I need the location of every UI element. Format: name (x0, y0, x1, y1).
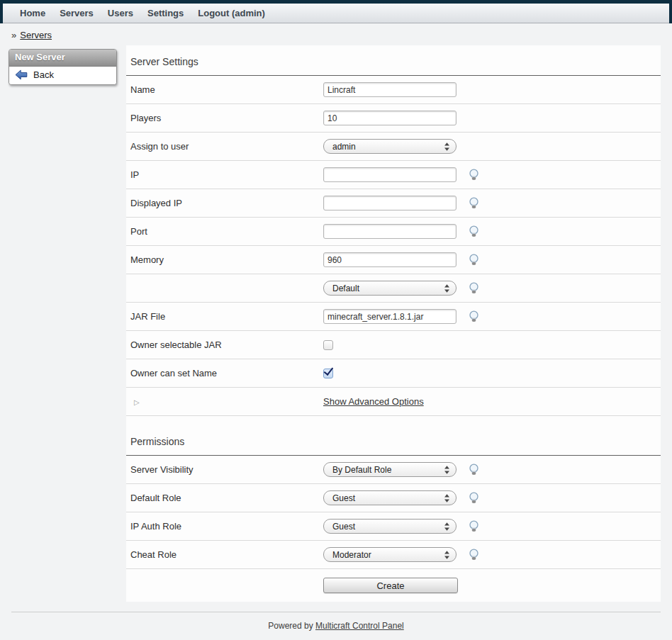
help-bulb-icon[interactable] (468, 492, 480, 504)
form-row-displayed-ip: Displayed IP (126, 189, 661, 218)
field-label: Displayed IP (130, 198, 323, 208)
disclosure-triangle-icon[interactable]: ▷ (134, 398, 140, 406)
help-bulb-icon[interactable] (468, 464, 480, 476)
field-label: Players (130, 113, 323, 123)
select-arrows-icon (444, 493, 450, 503)
nav-item-settings[interactable]: Settings (140, 4, 191, 23)
form-row-owner-can-set-name: Owner can set Name (126, 359, 661, 388)
field-label: JAR File (130, 311, 323, 322)
field-label: Assign to user (130, 141, 323, 152)
top-dark-frame: Home Servers Users Settings Logout (admi… (0, 0, 672, 23)
select-arrows-icon (444, 283, 450, 293)
server-visibility-select[interactable]: By Default Role (323, 462, 457, 477)
owner-can-set-name-checkbox[interactable] (323, 369, 333, 378)
displayed-ip-input[interactable] (323, 196, 457, 210)
field-label: IP Auth Role (130, 521, 323, 532)
panel-title: New Server (9, 50, 116, 67)
jar-file-input[interactable] (323, 309, 457, 324)
help-bulb-icon[interactable] (468, 310, 480, 322)
form-row-create: Create (126, 569, 661, 602)
form-row-ip-auth-role: IP Auth Role Guest (126, 512, 661, 541)
form-row-name: Name (126, 76, 661, 104)
form-row-jar-file: JAR File (126, 303, 661, 331)
select-value: Guest (332, 522, 355, 532)
field-label: IP (130, 169, 323, 180)
nav-item-servers[interactable]: Servers (52, 4, 101, 23)
form-row-owner-selectable-jar: Owner selectable JAR (126, 331, 661, 359)
nav-item-logout[interactable]: Logout (admin) (191, 4, 272, 23)
breadcrumb: »Servers (0, 23, 672, 45)
form-row-cheat-role: Cheat Role Moderator (126, 541, 661, 569)
players-input[interactable] (323, 111, 457, 125)
form-row-assign-user: Assign to user admin (126, 133, 661, 161)
select-arrows-icon (444, 522, 450, 532)
sidebar: New Server Back (0, 45, 126, 85)
help-bulb-icon[interactable] (468, 282, 480, 294)
form-row-advanced-options: ▷ Show Advanced Options (126, 388, 661, 416)
section-title-server-settings: Server Settings (126, 45, 661, 76)
breadcrumb-marker: » (11, 30, 16, 40)
back-button[interactable]: Back (9, 67, 116, 84)
form-row-port: Port (126, 218, 661, 246)
field-label: ▷ (130, 396, 323, 407)
select-value: Guest (332, 493, 355, 503)
ip-auth-role-select[interactable]: Guest (323, 519, 457, 534)
nav-item-users[interactable]: Users (101, 4, 140, 23)
default-role-select[interactable]: Guest (323, 490, 457, 505)
footer: Powered by Multicraft Control Panel (11, 612, 661, 631)
section-title-permissions: Permissions (126, 416, 661, 456)
ip-input[interactable] (323, 167, 457, 182)
select-arrows-icon (444, 465, 450, 475)
main-navbar: Home Servers Users Settings Logout (admi… (3, 4, 669, 23)
field-label: Default Role (130, 493, 323, 503)
form-row-players: Players (126, 104, 661, 133)
select-value: By Default Role (332, 465, 391, 475)
select-value: Moderator (332, 550, 371, 560)
help-bulb-icon[interactable] (468, 225, 480, 237)
back-label: Back (33, 69, 54, 80)
port-input[interactable] (323, 224, 457, 239)
breadcrumb-link-servers[interactable]: Servers (20, 30, 52, 40)
field-label: Server Visibility (130, 464, 323, 475)
owner-selectable-jar-checkbox[interactable] (323, 340, 333, 350)
field-label: Name (130, 84, 323, 95)
field-label: Port (130, 226, 323, 237)
select-value: Default (332, 283, 359, 293)
help-bulb-icon[interactable] (468, 169, 480, 181)
nav-item-home[interactable]: Home (13, 4, 52, 23)
form-row-server-visibility: Server Visibility By Default Role (126, 456, 661, 484)
field-label: Cheat Role (130, 549, 323, 560)
help-bulb-icon[interactable] (468, 197, 480, 209)
assign-to-user-select[interactable]: admin (323, 139, 457, 154)
show-advanced-options-link[interactable]: Show Advanced Options (323, 396, 424, 407)
field-label: Memory (130, 254, 323, 265)
help-bulb-icon[interactable] (468, 520, 480, 532)
form-row-ip: IP (126, 161, 661, 189)
cheat-role-select[interactable]: Moderator (323, 547, 457, 562)
select-arrows-icon (444, 550, 450, 560)
select-arrows-icon (444, 142, 450, 152)
field-label: Owner can set Name (130, 368, 323, 378)
form-row-default-role: Default Role Guest (126, 484, 661, 512)
select-value: admin (332, 142, 356, 152)
create-button[interactable]: Create (323, 578, 458, 593)
footer-link-multicraft[interactable]: Multicraft Control Panel (315, 621, 404, 631)
name-input[interactable] (323, 82, 457, 97)
field-label: Owner selectable JAR (130, 339, 323, 350)
form-row-memory: Memory (126, 246, 661, 274)
memory-input[interactable] (323, 252, 457, 267)
help-bulb-icon[interactable] (468, 549, 480, 561)
form-row-default-option: Default (126, 274, 661, 303)
footer-text: Powered by (268, 621, 313, 631)
default-option-select[interactable]: Default (323, 281, 457, 296)
main-content: Server Settings Name Players Assign to u… (126, 45, 661, 602)
help-bulb-icon[interactable] (468, 254, 480, 266)
back-arrow-icon (15, 69, 28, 80)
new-server-panel: New Server Back (9, 49, 117, 85)
